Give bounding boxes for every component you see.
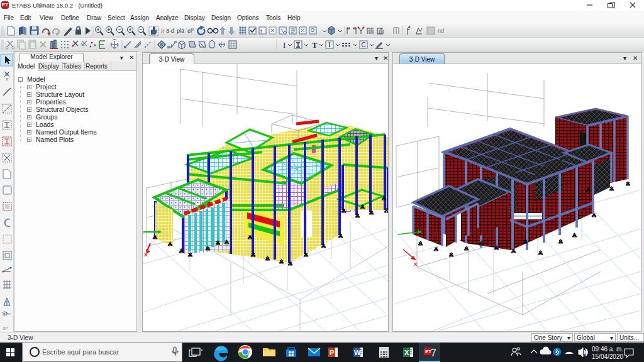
svg-text:X: X bbox=[414, 261, 418, 267]
svg-text:3-d: 3-d bbox=[166, 28, 174, 34]
svg-text:I: I bbox=[328, 40, 331, 49]
svg-text:X: X bbox=[144, 251, 148, 258]
svg-text:T: T bbox=[312, 40, 318, 50]
svg-text:I: I bbox=[283, 40, 286, 50]
svg-text:plä: plä bbox=[177, 28, 184, 34]
svg-text:09:46 a. m.: 09:46 a. m. bbox=[592, 346, 623, 353]
svg-text:nd: nd bbox=[438, 28, 444, 34]
svg-text:W: W bbox=[354, 349, 361, 356]
svg-text:C: C bbox=[362, 41, 366, 48]
svg-text:X: X bbox=[404, 349, 409, 356]
svg-text:7: 7 bbox=[431, 348, 436, 358]
svg-text:alʲ: alʲ bbox=[3, 311, 8, 317]
svg-text:15/04/2020: 15/04/2020 bbox=[592, 353, 623, 360]
svg-text:drᵗ: drᵗ bbox=[3, 326, 8, 331]
svg-text:P: P bbox=[330, 349, 334, 356]
svg-text:elº: elº bbox=[187, 28, 194, 34]
